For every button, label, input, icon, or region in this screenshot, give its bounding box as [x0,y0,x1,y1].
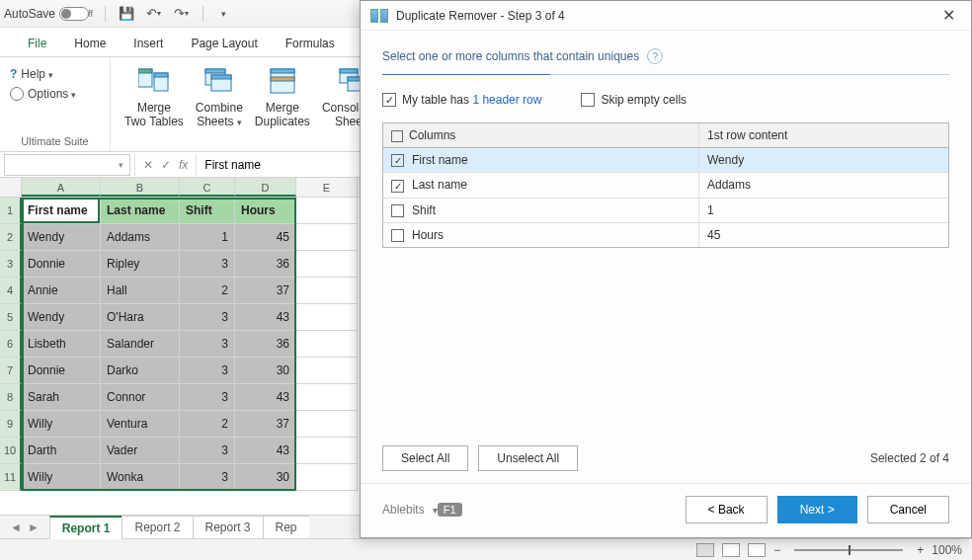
cell[interactable]: 43 [235,438,296,464]
cell[interactable]: O'Hara [101,304,180,331]
cell[interactable]: 3 [180,358,235,384]
row-header[interactable]: 5 [0,304,22,331]
f1-badge[interactable]: F1 [438,503,462,517]
zoom-slider[interactable] [794,549,903,551]
cell[interactable] [296,464,358,491]
cell[interactable]: 3 [180,331,235,358]
merge-duplicates-button[interactable]: Merge Duplicates [251,61,314,131]
row-header[interactable]: 2 [0,224,22,251]
cell[interactable]: Donnie [22,251,101,278]
header-row-checkbox[interactable]: ✓ My table has 1 header row [382,93,541,107]
row-header[interactable]: 10 [0,438,22,464]
view-layout-icon[interactable] [722,543,740,557]
cell[interactable]: 36 [235,251,296,278]
accept-formula-icon[interactable]: ✓ [161,158,171,172]
cell[interactable]: Last name [101,198,180,224]
col-header-d[interactable]: D [235,178,296,197]
undo-icon[interactable]: ↶▾ [145,5,163,23]
options-button[interactable]: Options [10,87,100,101]
view-normal-icon[interactable] [696,543,714,557]
cell[interactable]: 3 [180,464,235,491]
cell[interactable]: 3 [180,438,235,464]
cell[interactable]: 30 [235,464,296,491]
skip-empty-checkbox[interactable]: Skip empty cells [581,93,687,107]
cell[interactable]: 1 [180,224,235,251]
table-row[interactable]: Hours45 [383,223,948,247]
table-row[interactable]: ✓First nameWendy [383,148,948,173]
cell[interactable]: 3 [180,304,235,331]
cell[interactable] [296,224,358,251]
cell[interactable]: Ventura [101,411,180,438]
cancel-formula-icon[interactable]: ✕ [143,158,153,172]
tab-insert[interactable]: Insert [120,31,177,56]
unselect-all-button[interactable]: Unselect All [478,445,578,471]
cell[interactable]: Lisbeth [22,331,101,358]
cell[interactable] [296,251,358,278]
cell[interactable]: Wendy [22,224,101,251]
cell[interactable] [296,438,358,464]
autosave-toggle[interactable]: AutoSave Off [4,7,93,21]
row-checkbox-icon[interactable] [391,204,404,217]
cell[interactable]: Willy [22,411,101,438]
cell[interactable]: Hours [235,198,296,224]
cell[interactable]: Willy [22,464,101,491]
cell[interactable]: Vader [101,438,180,464]
row-checkbox-icon[interactable]: ✓ [391,180,404,193]
cell[interactable]: 45 [235,224,296,251]
view-break-icon[interactable] [748,543,766,557]
cell[interactable]: 36 [235,331,296,358]
table-row[interactable]: Shift1 [383,199,948,223]
row-header[interactable]: 6 [0,331,22,358]
row-header[interactable]: 1 [0,198,22,224]
cell[interactable]: 43 [235,384,296,411]
select-all-corner[interactable] [0,178,22,197]
fx-icon[interactable]: fx [179,158,188,172]
cell[interactable] [296,331,358,358]
cell[interactable]: 3 [180,384,235,411]
zoom-in-button[interactable]: + [917,543,924,557]
cell[interactable]: Shift [180,198,235,224]
cell[interactable]: 2 [180,411,235,438]
row-header[interactable]: 7 [0,358,22,384]
cell[interactable] [296,304,358,331]
sheet-nav[interactable]: ◄► [0,520,49,534]
help-button[interactable]: ?Help [10,67,100,81]
table-header-columns[interactable]: Columns [383,123,699,147]
cell[interactable]: Ripley [101,251,180,278]
cell[interactable] [296,411,358,438]
tab-formulas[interactable]: Formulas [272,31,349,56]
next-button[interactable]: Next > [777,496,857,523]
cell[interactable] [296,198,358,224]
col-header-e[interactable]: E [296,178,358,197]
cell[interactable]: 30 [235,358,296,384]
redo-icon[interactable]: ↷▾ [173,5,191,23]
cell[interactable]: Wonka [101,464,180,491]
cell[interactable]: Addams [101,224,180,251]
table-header-content[interactable]: 1st row content [699,123,948,147]
cell[interactable]: Hall [101,278,180,304]
cell[interactable]: 2 [180,278,235,304]
cell[interactable]: Sarah [22,384,101,411]
sheet-tab-3[interactable]: Report 3 [193,516,264,538]
row-header[interactable]: 8 [0,384,22,411]
row-header[interactable]: 4 [0,278,22,304]
cell[interactable] [296,278,358,304]
cell[interactable]: Darth [22,438,101,464]
cell[interactable]: Wendy [22,304,101,331]
cell[interactable]: Donnie [22,358,101,384]
cell[interactable]: 43 [235,304,296,331]
tab-page-layout[interactable]: Page Layout [177,31,271,56]
back-button[interactable]: < Back [686,496,768,523]
zoom-out-button[interactable]: − [773,543,780,557]
sheet-tab-2[interactable]: Report 2 [122,516,193,538]
table-row[interactable]: ✓Last nameAddams [383,173,948,198]
col-header-c[interactable]: C [180,178,235,197]
zoom-level[interactable]: 100% [932,543,962,557]
save-icon[interactable]: 💾 [118,5,135,23]
cell[interactable] [296,358,358,384]
sheet-tab-4[interactable]: Rep [263,516,309,538]
cell[interactable]: First name [22,198,101,224]
brand-label[interactable]: Ablebits▾ [382,503,438,517]
tab-file[interactable]: File [14,31,60,56]
tab-home[interactable]: Home [60,31,120,56]
